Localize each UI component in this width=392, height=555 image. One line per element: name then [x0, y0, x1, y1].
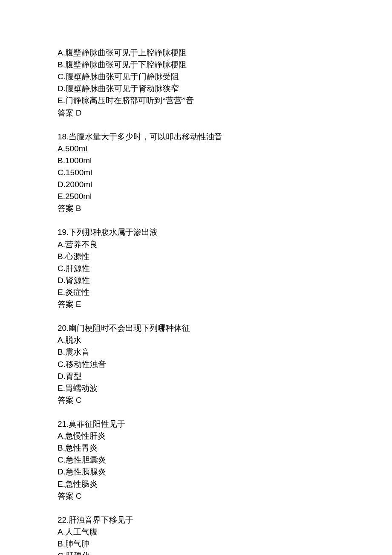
question-number: 22.	[58, 515, 69, 524]
answer-value: D	[76, 108, 82, 117]
option-text: 胃蠕动波	[65, 384, 98, 393]
option-e: E.门静脉高压时在脐部可听到“营营”音	[58, 95, 334, 107]
option-letter: C.	[58, 455, 66, 464]
question-stem: 21.莫菲征阳性见于	[58, 418, 334, 430]
option-b: B.急性胃炎	[58, 442, 334, 454]
option-letter: C.	[58, 72, 66, 81]
question-number: 21.	[58, 419, 69, 428]
option-b: B.震水音	[58, 346, 334, 358]
option-text: 胃型	[66, 372, 82, 381]
option-text: 心源性	[65, 252, 89, 261]
option-c: C.移动性浊音	[58, 358, 334, 370]
question-block: A.腹壁静脉曲张可见于上腔静脉梗阻 B.腹壁静脉曲张可见于下腔静脉梗阻 C.腹壁…	[58, 47, 334, 119]
option-letter: A.	[58, 527, 65, 536]
answer-line: 答案 B	[58, 202, 334, 214]
option-b: B.肺气肿	[58, 538, 334, 550]
question-number: 19.	[58, 228, 69, 237]
answer-label: 答案	[58, 396, 76, 405]
question-block: 22.肝浊音界下移见于 A.人工气腹 B.肺气肿 C.肝硬化 D.肝囊肿	[58, 514, 334, 555]
option-letter: E.	[58, 288, 65, 297]
stem-text: 莫菲征阳性见于	[69, 419, 125, 428]
option-letter: D.	[58, 84, 66, 93]
option-a: A.人工气腹	[58, 526, 334, 538]
answer-value: B	[76, 204, 81, 213]
answer-value: C	[76, 491, 82, 500]
stem-text: 当腹水量大于多少时，可以叩出移动性浊音	[69, 132, 222, 141]
option-d: D.肾源性	[58, 275, 334, 286]
answer-label: 答案	[58, 204, 76, 213]
option-letter: A.	[58, 48, 65, 57]
option-letter: C.	[58, 264, 66, 273]
option-a: A.急慢性肝炎	[58, 430, 334, 442]
option-letter: A.	[58, 431, 65, 440]
question-number: 18.	[58, 132, 69, 141]
option-letter: C.	[58, 360, 66, 369]
option-letter: D.	[58, 372, 66, 381]
question-number: 20.	[58, 324, 69, 332]
option-c: C.腹壁静脉曲张可见于门静脉受阻	[58, 71, 334, 83]
question-stem: 22.肝浊音界下移见于	[58, 514, 334, 526]
option-letter: B.	[58, 252, 65, 261]
option-e: E.炎症性	[58, 286, 334, 298]
stem-text: 幽门梗阻时不会出现下列哪种体征	[69, 324, 190, 332]
option-c: C.1500ml	[58, 167, 334, 179]
option-text: 肝硬化	[66, 551, 90, 555]
question-stem: 20.幽门梗阻时不会出现下列哪种体征	[58, 322, 334, 334]
answer-value: E	[76, 300, 81, 309]
option-c: C.肝源性	[58, 263, 334, 275]
option-b: B.腹壁静脉曲张可见于下腔静脉梗阻	[58, 59, 334, 71]
option-text: 炎症性	[65, 288, 89, 297]
option-e: E.急性肠炎	[58, 478, 334, 490]
option-letter: B.	[58, 539, 65, 548]
option-c: C.急性胆囊炎	[58, 454, 334, 466]
option-d: D.腹壁静脉曲张可见于肾动脉狭窄	[58, 83, 334, 95]
option-d: D.2000ml	[58, 179, 334, 191]
answer-line: 答案 C	[58, 394, 334, 406]
option-text: 急性肠炎	[65, 480, 98, 489]
option-b: B.1000ml	[58, 155, 334, 167]
option-text: 腹壁静脉曲张可见于下腔静脉梗阻	[65, 60, 187, 69]
option-text: 急性胆囊炎	[66, 455, 106, 464]
stem-text: 肝浊音界下移见于	[69, 515, 133, 524]
option-letter: B.	[58, 60, 65, 69]
option-text: 腹壁静脉曲张可见于门静脉受阻	[66, 72, 179, 81]
option-text: 腹壁静脉曲张可见于肾动脉狭窄	[66, 84, 179, 93]
option-letter: E.	[58, 384, 65, 393]
answer-label: 答案	[58, 300, 76, 309]
option-letter: B.	[58, 347, 65, 356]
option-text: 营养不良	[65, 240, 98, 249]
answer-line: 答案 C	[58, 490, 334, 502]
option-letter: E.	[58, 480, 65, 489]
option-text: 移动性浊音	[66, 360, 106, 369]
answer-value: C	[76, 396, 82, 405]
option-letter: E.	[58, 96, 65, 105]
option-e: E.2500ml	[58, 191, 334, 202]
question-stem: 19.下列那种腹水属于渗出液	[58, 226, 334, 238]
option-d: D.胃型	[58, 370, 334, 382]
question-block: 19.下列那种腹水属于渗出液 A.营养不良 B.心源性 C.肝源性 D.肾源性 …	[58, 226, 334, 310]
option-letter: A.	[58, 335, 65, 344]
option-letter: C.	[58, 551, 66, 555]
option-letter: B.	[58, 443, 65, 452]
stem-text: 下列那种腹水属于渗出液	[69, 228, 158, 237]
option-text: 急性胃炎	[65, 443, 98, 452]
document-page: A.腹壁静脉曲张可见于上腔静脉梗阻 B.腹壁静脉曲张可见于下腔静脉梗阻 C.腹壁…	[0, 0, 392, 555]
option-text: 震水音	[65, 347, 89, 356]
question-stem: 18.当腹水量大于多少时，可以叩出移动性浊音	[58, 131, 334, 143]
option-text: 人工气腹	[65, 527, 98, 536]
answer-line: 答案 D	[58, 107, 334, 119]
question-block: 20.幽门梗阻时不会出现下列哪种体征 A.脱水 B.震水音 C.移动性浊音 D.…	[58, 322, 334, 406]
option-text: 肝源性	[66, 264, 90, 273]
option-text: 门静脉高压时在脐部可听到“营营”音	[65, 96, 194, 105]
option-text: 急慢性肝炎	[65, 431, 106, 440]
option-text: 腹壁静脉曲张可见于上腔静脉梗阻	[65, 48, 187, 57]
question-block: 18.当腹水量大于多少时，可以叩出移动性浊音 A.500ml B.1000ml …	[58, 131, 334, 215]
option-text: 脱水	[65, 335, 81, 344]
option-d: D.急性胰腺炎	[58, 466, 334, 478]
answer-label: 答案	[58, 491, 76, 500]
option-a: A.腹壁静脉曲张可见于上腔静脉梗阻	[58, 47, 334, 59]
option-letter: D.	[58, 276, 66, 285]
answer-label: 答案	[58, 108, 76, 117]
answer-line: 答案 E	[58, 298, 334, 310]
option-a: A.脱水	[58, 334, 334, 346]
